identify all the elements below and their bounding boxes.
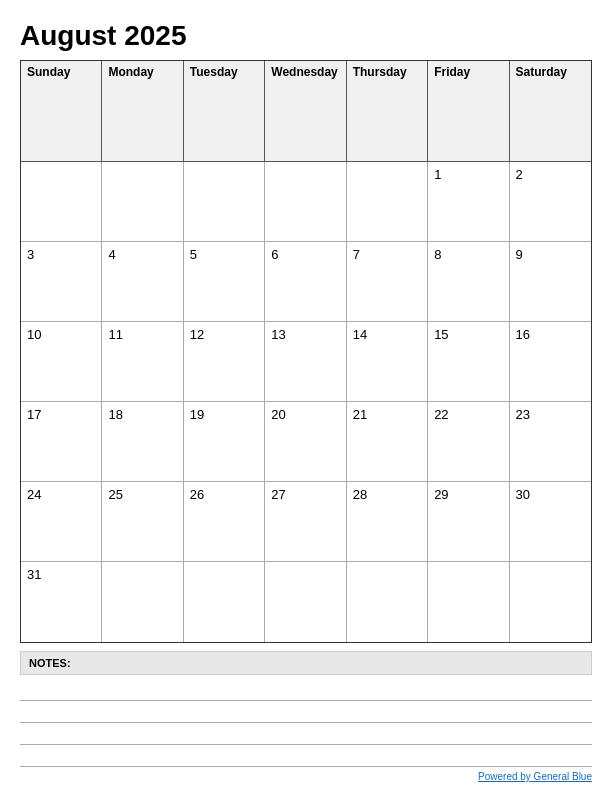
day-cell: 28 (347, 482, 428, 562)
day-number: 17 (27, 407, 95, 422)
calendar: SundayMondayTuesdayWednesdayThursdayFrid… (20, 60, 592, 643)
day-cell (347, 162, 428, 242)
day-header-sunday: Sunday (21, 61, 102, 162)
day-number: 25 (108, 487, 176, 502)
day-number: 14 (353, 327, 421, 342)
calendar-row-2: 10111213141516 (21, 322, 591, 402)
day-number: 31 (27, 567, 95, 582)
day-number: 29 (434, 487, 502, 502)
day-cell: 19 (184, 402, 265, 482)
day-number: 24 (27, 487, 95, 502)
day-cell: 17 (21, 402, 102, 482)
day-cell: 8 (428, 242, 509, 322)
day-number: 12 (190, 327, 258, 342)
notes-line-3 (20, 723, 592, 745)
day-header-saturday: Saturday (510, 61, 591, 162)
day-cell: 6 (265, 242, 346, 322)
day-number: 28 (353, 487, 421, 502)
day-header-tuesday: Tuesday (184, 61, 265, 162)
calendar-row-1: 3456789 (21, 242, 591, 322)
notes-line-2 (20, 701, 592, 723)
day-number: 18 (108, 407, 176, 422)
day-cell: 25 (102, 482, 183, 562)
day-cell: 3 (21, 242, 102, 322)
day-cell (102, 162, 183, 242)
day-cell: 26 (184, 482, 265, 562)
day-number: 15 (434, 327, 502, 342)
day-cell: 29 (428, 482, 509, 562)
day-cell: 9 (510, 242, 591, 322)
day-cell: 16 (510, 322, 591, 402)
notes-label: NOTES: (20, 651, 592, 675)
day-header-thursday: Thursday (347, 61, 428, 162)
day-number: 20 (271, 407, 339, 422)
day-cell: 4 (102, 242, 183, 322)
day-cell (265, 162, 346, 242)
calendar-row-3: 17181920212223 (21, 402, 591, 482)
day-cell: 20 (265, 402, 346, 482)
day-cell: 30 (510, 482, 591, 562)
day-cell (265, 562, 346, 642)
day-header-wednesday: Wednesday (265, 61, 346, 162)
day-number: 22 (434, 407, 502, 422)
day-cell (184, 162, 265, 242)
day-number: 2 (516, 167, 585, 182)
day-number: 9 (516, 247, 585, 262)
day-cell: 21 (347, 402, 428, 482)
calendar-row-5: 31 (21, 562, 591, 642)
day-number: 4 (108, 247, 176, 262)
day-number: 3 (27, 247, 95, 262)
day-number: 6 (271, 247, 339, 262)
day-cell (347, 562, 428, 642)
day-number: 19 (190, 407, 258, 422)
day-cell (428, 562, 509, 642)
day-number: 30 (516, 487, 585, 502)
day-number: 5 (190, 247, 258, 262)
day-cell: 15 (428, 322, 509, 402)
day-number: 27 (271, 487, 339, 502)
day-cell: 22 (428, 402, 509, 482)
day-header-monday: Monday (102, 61, 183, 162)
day-cell: 27 (265, 482, 346, 562)
notes-line-1 (20, 679, 592, 701)
calendar-row-0: 12 (21, 162, 591, 242)
day-cell: 12 (184, 322, 265, 402)
powered-by-link[interactable]: Powered by General Blue (20, 771, 592, 782)
day-cell (184, 562, 265, 642)
calendar-header: SundayMondayTuesdayWednesdayThursdayFrid… (21, 61, 591, 162)
day-cell: 24 (21, 482, 102, 562)
day-cell: 14 (347, 322, 428, 402)
day-cell (102, 562, 183, 642)
notes-line-4 (20, 745, 592, 767)
day-number: 1 (434, 167, 502, 182)
day-number: 16 (516, 327, 585, 342)
day-number: 11 (108, 327, 176, 342)
day-cell: 11 (102, 322, 183, 402)
day-cell: 31 (21, 562, 102, 642)
day-number: 13 (271, 327, 339, 342)
day-cell (510, 562, 591, 642)
day-number: 21 (353, 407, 421, 422)
day-number: 23 (516, 407, 585, 422)
day-cell: 18 (102, 402, 183, 482)
day-number: 10 (27, 327, 95, 342)
day-cell: 23 (510, 402, 591, 482)
calendar-title: August 2025 (20, 20, 592, 52)
calendar-body: 1234567891011121314151617181920212223242… (21, 162, 591, 642)
notes-section: NOTES: (20, 651, 592, 767)
day-cell: 7 (347, 242, 428, 322)
day-cell: 5 (184, 242, 265, 322)
day-number: 7 (353, 247, 421, 262)
day-header-friday: Friday (428, 61, 509, 162)
calendar-row-4: 24252627282930 (21, 482, 591, 562)
day-cell: 2 (510, 162, 591, 242)
day-cell (21, 162, 102, 242)
day-number: 8 (434, 247, 502, 262)
day-cell: 1 (428, 162, 509, 242)
day-cell: 10 (21, 322, 102, 402)
day-number: 26 (190, 487, 258, 502)
page: August 2025 SundayMondayTuesdayWednesday… (0, 0, 612, 792)
day-cell: 13 (265, 322, 346, 402)
